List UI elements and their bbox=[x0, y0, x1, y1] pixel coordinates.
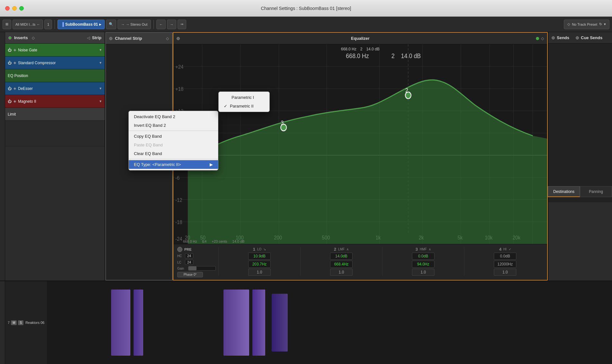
band-4-q[interactable]: 1.0 bbox=[494, 269, 516, 276]
svg-text:14.0 dB: 14.0 dB bbox=[401, 52, 421, 60]
clip-3[interactable] bbox=[223, 290, 249, 356]
export-button[interactable]: ⇒ bbox=[178, 20, 186, 29]
insert-label-deesser: DeEsser bbox=[18, 86, 97, 91]
eq-title: Equalizer bbox=[351, 36, 370, 41]
insert-deesser[interactable]: ⏻ ◈ DeEsser ▼ bbox=[5, 82, 105, 95]
eq-info-bar: 668.0 Hz 2 14.0 dB bbox=[341, 47, 380, 51]
track-name-button[interactable]: ▐ SubBoomBass 01 ▸ bbox=[57, 20, 105, 29]
menu-sep-1 bbox=[129, 131, 218, 131]
band-3-gain[interactable]: 0.0dB bbox=[412, 253, 434, 260]
menu-invert[interactable]: Invert EQ Band 2 bbox=[129, 121, 218, 130]
clip-5[interactable] bbox=[272, 294, 288, 352]
solo-button[interactable]: S bbox=[18, 320, 23, 325]
mute-button[interactable]: M bbox=[11, 320, 17, 325]
insert-limit[interactable]: Limit bbox=[5, 108, 105, 121]
nav-back-button[interactable]: ← bbox=[156, 20, 166, 29]
insert-arrow-4: ▼ bbox=[99, 100, 102, 103]
menu-clear[interactable]: Clear EQ Band bbox=[129, 149, 218, 158]
track-name-arrow: ▸ bbox=[99, 22, 101, 27]
band-4-sym: ✓ bbox=[509, 247, 511, 251]
menu-sep-2 bbox=[129, 159, 218, 159]
preset-selector[interactable]: ◇ No Track Preset ↻ ▾ bbox=[564, 20, 609, 29]
left-edge bbox=[0, 32, 5, 281]
maximize-button[interactable] bbox=[19, 6, 24, 11]
eq-panel: Equalizer ◇ 668.0 Hz 2 14.0 dB bbox=[173, 32, 548, 281]
insert-label-standard-compressor: Standard Compressor bbox=[18, 61, 97, 65]
insert-standard-compressor[interactable]: ⏻ ◈ Standard Compressor ▼ bbox=[5, 56, 105, 69]
gain-slider[interactable] bbox=[188, 266, 216, 271]
band-3-num: 3 bbox=[415, 247, 418, 252]
close-button[interactable] bbox=[5, 6, 10, 11]
preset-dropdown-icon: ▾ bbox=[604, 22, 606, 26]
eq-note-label: E4 bbox=[202, 239, 206, 243]
band-2-num: 2 bbox=[334, 247, 336, 252]
svg-text:-24: -24 bbox=[175, 236, 182, 242]
svg-text:668.0 Hz: 668.0 Hz bbox=[346, 52, 369, 60]
insert-noise-gate[interactable]: ⏻ ◈ Noise Gate ▼ bbox=[5, 44, 105, 56]
band-1-freq[interactable]: 203.7Hz bbox=[248, 261, 271, 268]
band-2-sym: ∧ bbox=[346, 247, 349, 251]
eq-dot bbox=[177, 37, 180, 40]
menu-deactivate[interactable]: Deactivate EQ Band 2 bbox=[129, 112, 218, 121]
minimize-button[interactable] bbox=[12, 6, 17, 11]
band-2-gain[interactable]: 14.0dB bbox=[330, 253, 353, 260]
route-arrow-icon: → bbox=[121, 22, 125, 26]
clip-2[interactable] bbox=[134, 290, 143, 356]
export-icon: ⇒ bbox=[180, 22, 183, 26]
toolbar-separator-2 bbox=[153, 20, 154, 29]
track-num-button[interactable]: 1 bbox=[44, 20, 52, 29]
destinations-tab[interactable]: Destinations bbox=[548, 186, 580, 197]
nav-forward-button[interactable]: → bbox=[167, 20, 176, 29]
main-area: Inserts ◇ ◁ Strip ⏻ ◈ Noise Gate ▼ ⏻ ◈ S… bbox=[0, 32, 612, 281]
eq-pre-section: PRE HC 24 LC 24 Gain bbox=[177, 247, 216, 277]
clip-1[interactable] bbox=[111, 290, 130, 356]
window-title: Channel Settings : SubBoomBass 01 [stere… bbox=[261, 6, 351, 11]
band-1-type: LO bbox=[257, 247, 261, 251]
eq-db-label: 14.0 dB bbox=[232, 239, 245, 243]
search-icon: 🔍 bbox=[109, 22, 113, 26]
submenu-parametric2[interactable]: ✓ Parametric II bbox=[219, 102, 269, 110]
eq-freq-hz-label: 668.0 Hz bbox=[183, 239, 197, 243]
eq-type-submenu: Parametric I ✓ Parametric II bbox=[218, 91, 270, 112]
track-num: 1 bbox=[47, 22, 49, 26]
band-1-gain[interactable]: 10.9dB bbox=[248, 253, 271, 260]
eq-pre-circle[interactable] bbox=[177, 247, 182, 252]
band-2-freq[interactable]: 668.4Hz bbox=[330, 261, 353, 268]
band-2-q[interactable]: 1.0 bbox=[330, 269, 353, 276]
channel-strip-header: Channel Strip ◇ bbox=[106, 33, 172, 44]
context-menu: Deactivate EQ Band 2 Invert EQ Band 2 Co… bbox=[128, 111, 218, 170]
dest-panning-tabs: Destinations Panning bbox=[548, 186, 612, 197]
clip-4[interactable] bbox=[252, 290, 265, 356]
eq-pre-label: PRE bbox=[184, 247, 192, 251]
eq-display[interactable]: 668.0 Hz 2 14.0 dB bbox=[173, 44, 547, 244]
insert-magneto[interactable]: ⏻ ◈ Magneto II ▼ bbox=[5, 95, 105, 108]
insert-power-icon-4: ⏻ bbox=[8, 99, 12, 104]
grid-view-button[interactable]: ⊞ bbox=[3, 20, 11, 29]
menu-copy[interactable]: Copy EQ Band bbox=[129, 132, 218, 141]
eq-cents-label: +23 cents bbox=[212, 239, 227, 243]
submenu-parametric1[interactable]: Parametric I bbox=[219, 93, 269, 102]
midi-input-button[interactable]: All MIDI I...ts ← bbox=[13, 20, 43, 29]
bottom-left-edge bbox=[0, 281, 5, 364]
band-4-gain[interactable]: 0.0dB bbox=[494, 253, 516, 260]
band-1-q[interactable]: 1.0 bbox=[248, 269, 271, 276]
band-3-q[interactable]: 1.0 bbox=[412, 269, 434, 276]
eq-band-1-col: 1 LO ↘ 10.9dB 203.7Hz 1.0 bbox=[218, 247, 298, 276]
insert-label-magneto: Magneto II bbox=[18, 99, 97, 104]
menu-eq-type[interactable]: EQ Type: <Parametric II> ▶ bbox=[129, 160, 218, 169]
band-4-freq[interactable]: 12000Hz bbox=[494, 261, 516, 268]
band-3-freq[interactable]: 94.0Hz bbox=[412, 261, 434, 268]
insert-eq-position[interactable]: EQ Position bbox=[5, 69, 105, 82]
insert-power-icon-1: ⏻ bbox=[8, 48, 12, 52]
insert-empty[interactable] bbox=[5, 121, 105, 146]
route-button[interactable]: → → Stereo Out bbox=[118, 20, 151, 29]
hc-value: 24 bbox=[185, 253, 193, 258]
lc-label: LC bbox=[177, 261, 184, 264]
sends-header: Sends Cue Sends bbox=[548, 32, 612, 44]
search-button[interactable]: 🔍 bbox=[106, 20, 116, 29]
bottom-track-num: 7 bbox=[8, 321, 10, 325]
insert-power-icon-3: ⏻ bbox=[8, 86, 12, 91]
svg-text:+24: +24 bbox=[175, 64, 183, 70]
phase-button[interactable]: Phase 0° bbox=[177, 272, 203, 277]
panning-tab[interactable]: Panning bbox=[580, 186, 612, 197]
